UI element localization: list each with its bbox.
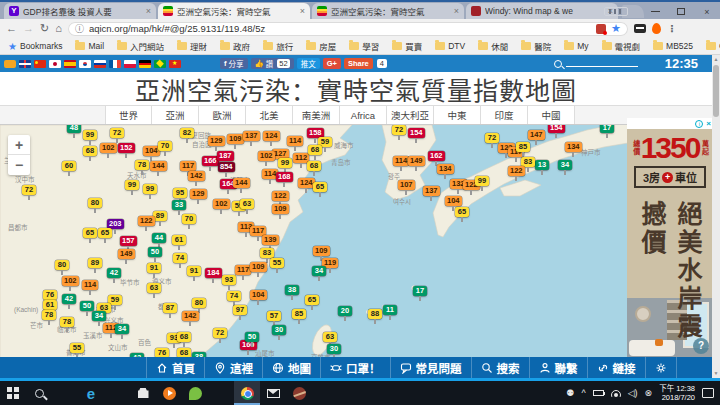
aqi-marker[interactable]: 124	[263, 131, 280, 141]
tweet-button[interactable]: 推文	[297, 58, 320, 69]
aqi-marker[interactable]: 42	[107, 268, 121, 278]
aqi-marker[interactable]: 89	[153, 211, 167, 221]
aqi-marker[interactable]: 68	[307, 161, 321, 171]
aqi-marker[interactable]: 109	[227, 134, 244, 144]
aqi-marker[interactable]: 17	[413, 286, 427, 296]
aqi-marker[interactable]: 104	[445, 196, 462, 206]
aqi-marker[interactable]: 63	[240, 199, 254, 209]
aqi-marker[interactable]: 129	[208, 136, 225, 146]
toolbar-搜索-button[interactable]: 搜索	[471, 357, 529, 378]
aqi-marker[interactable]: 184	[205, 268, 222, 278]
zoom-in-button[interactable]: +	[8, 135, 30, 155]
aqi-marker[interactable]: 104	[250, 290, 267, 300]
region-tab[interactable]: 澳大利亞	[387, 106, 434, 124]
region-tab[interactable]: 中東	[434, 106, 481, 124]
toolbar-這裡-button[interactable]: 這裡	[204, 357, 262, 378]
aqi-marker[interactable]: 68	[308, 145, 322, 155]
home-icon[interactable]: ⌂	[55, 23, 62, 34]
aqi-marker[interactable]: 70	[182, 214, 196, 224]
aqi-marker[interactable]: 109	[313, 246, 330, 256]
aqi-marker[interactable]: 34	[558, 160, 572, 170]
germany-flag-icon[interactable]	[139, 60, 151, 68]
aqi-marker[interactable]: 30	[272, 325, 286, 335]
aqi-marker[interactable]: 157	[120, 236, 137, 246]
spain-flag-icon[interactable]	[64, 60, 76, 68]
aqi-marker[interactable]: 68	[177, 332, 191, 342]
aqi-marker[interactable]: 78	[135, 160, 149, 170]
aqi-marker[interactable]: 55	[70, 343, 84, 353]
aqi-map[interactable]: 宁夏回族自治区兰州市汉中市天水市洛阳市威海市青岛市昌都市安顺市兴义市文山市玉溪市…	[0, 125, 712, 358]
chrome-taskbar-icon[interactable]	[234, 381, 260, 405]
bookmark-item[interactable]: ★Bookmarks	[8, 41, 62, 52]
site-search-input[interactable]	[554, 60, 638, 68]
aqi-marker[interactable]: 68	[83, 146, 97, 156]
aqi-marker[interactable]: 97	[233, 305, 247, 315]
aqi-marker[interactable]: 99	[125, 180, 139, 190]
toolbar-口罩！-button[interactable]: 口罩！	[320, 357, 390, 378]
aqi-marker[interactable]: 142	[188, 171, 205, 181]
bookmark-item[interactable]: My	[564, 41, 588, 51]
region-tab[interactable]: 歐洲	[199, 106, 246, 124]
aqi-marker[interactable]: 154	[548, 125, 565, 133]
france-flag-icon[interactable]	[109, 60, 121, 68]
defender-taskbar-icon[interactable]	[208, 381, 234, 405]
aqi-marker[interactable]: 168	[276, 172, 293, 182]
aqi-marker[interactable]: 72	[213, 328, 227, 338]
region-tab[interactable]: 亞洲	[152, 106, 199, 124]
tab-close-icon[interactable]: ×	[146, 6, 151, 16]
aqi-marker[interactable]: 65	[83, 228, 97, 238]
facebook-like-button[interactable]: 👍讚52	[251, 58, 294, 69]
forward-icon[interactable]: →	[23, 23, 34, 34]
aqi-marker[interactable]: 80	[88, 198, 102, 208]
toolbar-首頁-button[interactable]: 首頁	[146, 357, 204, 378]
aqi-marker[interactable]: 17	[600, 125, 614, 133]
aqi-marker[interactable]: 144	[150, 161, 167, 171]
aqi-marker[interactable]: 44	[152, 233, 166, 243]
aqi-marker[interactable]: 93	[222, 275, 236, 285]
url-input[interactable]: ⓘ aqicn.org/map/hk/#@g/25.9131/119.48/5z…	[68, 22, 628, 36]
aqi-marker[interactable]: 99	[278, 158, 292, 168]
aqi-marker[interactable]: 99	[475, 176, 489, 186]
page-info-icon[interactable]: ⓘ	[75, 22, 84, 35]
ad-info-icon[interactable]: i	[695, 120, 703, 128]
ad-banner[interactable]: i × 總價 1350 萬起 3房 + 車位 絕美水岸震撼價 ?	[627, 118, 713, 358]
scroll-down-arrow[interactable]: ▼	[712, 369, 720, 378]
aqi-marker[interactable]: 139	[262, 235, 279, 245]
close-window-button[interactable]: ×	[694, 4, 720, 19]
aqi-marker[interactable]: 63	[323, 332, 337, 342]
region-tab[interactable]: 南美洲	[293, 106, 340, 124]
region-tab[interactable]: Africa	[340, 106, 387, 124]
bookmark-item[interactable]: Car	[706, 41, 720, 51]
aqi-marker[interactable]: 129	[190, 189, 207, 199]
browser-menu-icon[interactable]: ⋮	[667, 23, 677, 34]
aqi-marker[interactable]: 50	[245, 332, 259, 342]
aqi-marker[interactable]: 61	[172, 235, 186, 245]
aqi-marker[interactable]: 102	[258, 151, 275, 161]
lang-flag-icon[interactable]	[4, 60, 16, 68]
aqi-marker[interactable]: 57	[267, 311, 281, 321]
aqi-marker[interactable]: 87	[163, 303, 177, 313]
brazil-flag-icon[interactable]	[154, 60, 166, 68]
bookmark-item[interactable]: 入門網站	[117, 40, 164, 52]
aqi-marker[interactable]: 38	[285, 285, 299, 295]
aqi-marker[interactable]: 13	[535, 160, 549, 170]
media-taskbar-icon[interactable]	[156, 381, 182, 405]
japan-flag-icon[interactable]	[49, 60, 61, 68]
scrollbar-thumb[interactable]	[713, 65, 719, 117]
aqi-marker[interactable]: 74	[227, 291, 241, 301]
vietnam-flag-icon[interactable]	[169, 60, 181, 68]
wifi-icon[interactable]	[611, 390, 621, 397]
aqi-marker[interactable]: 80	[192, 298, 206, 308]
aqi-marker[interactable]: 82	[180, 128, 194, 138]
aqi-marker[interactable]: 137	[243, 131, 260, 141]
ad-close-icon[interactable]: ×	[706, 119, 711, 128]
aqi-marker[interactable]: 85	[292, 309, 306, 319]
store-taskbar-icon[interactable]	[130, 381, 156, 405]
aqi-marker[interactable]: 122	[508, 166, 525, 176]
volume-icon[interactable]: ◁)	[628, 388, 638, 398]
aqi-marker[interactable]: 80	[55, 260, 69, 270]
aqi-marker[interactable]: 30	[327, 344, 341, 354]
tab-close-icon[interactable]: ×	[300, 6, 305, 16]
browser-tab[interactable]: 亞洲空氣污染：實時空氣×	[312, 3, 464, 19]
aqi-marker[interactable]: 137	[423, 186, 440, 196]
